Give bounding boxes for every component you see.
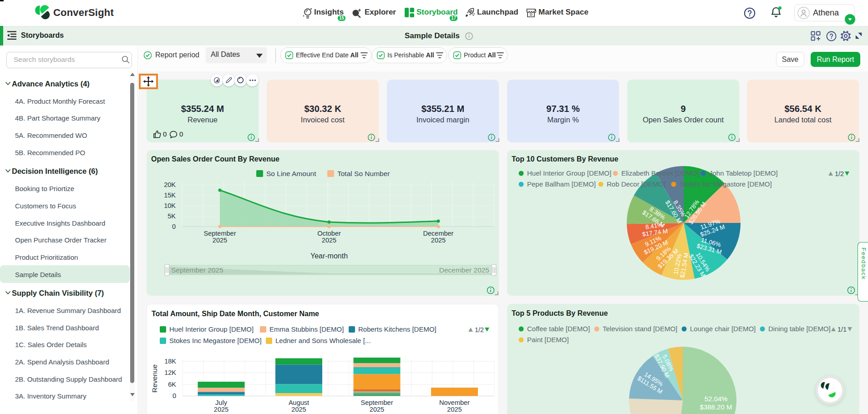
svg-text:1/1: 1/1 xyxy=(838,326,847,333)
svg-text:October: October xyxy=(317,230,341,237)
svg-text:2025: 2025 xyxy=(213,237,227,244)
svg-text:0: 0 xyxy=(173,392,176,399)
svg-text:15K: 15K xyxy=(164,192,176,199)
svg-text:6K: 6K xyxy=(168,381,176,388)
svg-text:December: December xyxy=(423,230,454,237)
svg-text:2025: 2025 xyxy=(431,237,446,244)
svg-text:September: September xyxy=(361,399,393,406)
svg-text:December 2025: December 2025 xyxy=(439,266,489,274)
svg-text:September: September xyxy=(204,230,236,237)
svg-text:John Tabletop [DEMO]: John Tabletop [DEMO] xyxy=(709,169,778,177)
svg-text:July: July xyxy=(215,399,228,406)
svg-text:Pepe Ballham [DEMO]: Pepe Ballham [DEMO] xyxy=(527,180,596,188)
svg-text:Television stand [DEMO]: Television stand [DEMO] xyxy=(603,325,677,333)
svg-text:0: 0 xyxy=(172,223,176,230)
svg-text:November: November xyxy=(439,399,470,406)
svg-text:18K: 18K xyxy=(164,358,176,365)
svg-text:Huel Interior Group [DEMO]: Huel Interior Group [DEMO] xyxy=(169,325,254,333)
svg-text:August: August xyxy=(289,399,309,406)
svg-text:Elizabeth Bennet [DEMO]: Elizabeth Bennet [DEMO] xyxy=(621,169,699,177)
svg-text:10K: 10K xyxy=(164,202,176,209)
svg-text:Coffee table [DEMO]: Coffee table [DEMO] xyxy=(527,325,590,333)
svg-text:1/2: 1/2 xyxy=(475,326,484,333)
svg-text:52.04%$388.20 M: 52.04%$388.20 M xyxy=(700,395,732,411)
svg-text:1/2: 1/2 xyxy=(835,170,844,177)
svg-text:Year-month: Year-month xyxy=(310,252,348,260)
svg-text:September 2025: September 2025 xyxy=(171,266,223,274)
svg-text:Rob Decor [DEMO]: Rob Decor [DEMO] xyxy=(607,180,665,188)
svg-text:Huel Interior Group [DEMO]: Huel Interior Group [DEMO] xyxy=(527,169,611,177)
svg-text:12K: 12K xyxy=(164,369,176,376)
svg-text:20K: 20K xyxy=(164,181,176,188)
svg-text:2025: 2025 xyxy=(322,237,336,244)
svg-text:2025: 2025 xyxy=(447,406,462,413)
svg-text:Emma Stubbins [DEMO]: Emma Stubbins [DEMO] xyxy=(269,325,344,333)
svg-text:2025: 2025 xyxy=(214,406,228,413)
svg-text:Stokes Inc Megastore [DEMO]: Stokes Inc Megastore [DEMO] xyxy=(680,180,772,188)
svg-text:Roberts Kitchens [DEMO]: Roberts Kitchens [DEMO] xyxy=(358,325,437,333)
svg-text:Revenue: Revenue xyxy=(151,364,158,393)
svg-text:Paint [DEMO]: Paint [DEMO] xyxy=(527,336,569,343)
svg-text:Stokes Inc Megastore [DEMO]: Stokes Inc Megastore [DEMO] xyxy=(169,337,262,344)
svg-text:Dining table [DEMO]: Dining table [DEMO] xyxy=(768,325,831,333)
svg-text:Ledner and Sons Wholesale [...: Ledner and Sons Wholesale [... xyxy=(275,337,371,344)
svg-text:2025: 2025 xyxy=(291,406,306,413)
svg-text:5K: 5K xyxy=(168,212,176,220)
svg-text:2025: 2025 xyxy=(370,406,384,413)
svg-text:Lounge chair [DEMO]: Lounge chair [DEMO] xyxy=(690,325,756,333)
